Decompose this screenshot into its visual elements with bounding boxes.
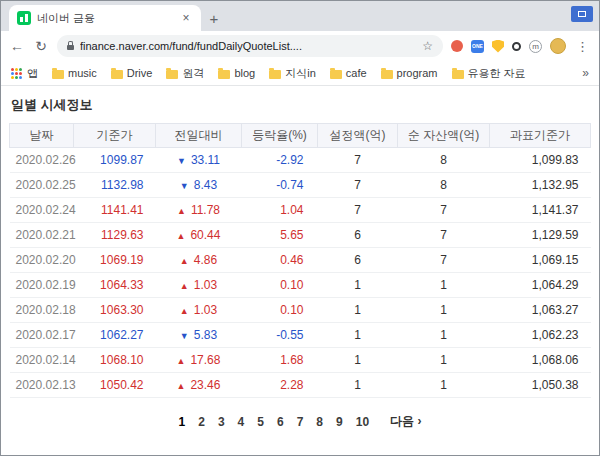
- cell-set-amount: 1: [318, 273, 398, 298]
- cell-tax-base: 1,062.23: [490, 323, 591, 348]
- cell-rate: 0.10: [242, 273, 318, 298]
- ring-extension-icon[interactable]: [512, 42, 521, 51]
- refresh-icon[interactable]: ↻: [33, 38, 49, 54]
- cell-set-amount: 7: [318, 198, 398, 223]
- cell-net-asset: 1: [398, 373, 490, 398]
- bookmark-item[interactable]: 유용한 자료: [452, 66, 526, 81]
- cell-base-price: 1068.10: [74, 348, 156, 373]
- browser-menu-icon[interactable]: ⋮: [574, 39, 591, 54]
- table-row: 2020.02.251132.98▼8.43-0.74781,132.95: [10, 173, 591, 198]
- change-value: 11.78: [191, 203, 220, 217]
- next-page-button[interactable]: 다음 ›: [390, 413, 421, 430]
- page-number[interactable]: 5: [257, 415, 264, 429]
- bookmark-item[interactable]: 지식in: [269, 66, 316, 81]
- bookmark-item[interactable]: Drive: [111, 67, 153, 79]
- cell-net-asset: 1: [398, 273, 490, 298]
- cell-set-amount: 1: [318, 373, 398, 398]
- cell-rate: -0.55: [242, 323, 318, 348]
- table-row: 2020.02.171062.27▼5.83-0.55111,062.23: [10, 323, 591, 348]
- cell-tax-base: 1,069.15: [490, 248, 591, 273]
- table-row: 2020.02.201069.19▲4.860.46671,069.15: [10, 248, 591, 273]
- cell-change: ▲4.86: [156, 248, 242, 273]
- page-content: 일별 시세정보 날짜기준가전일대비등락율(%)설정액(억)순 자산액(억)과표기…: [1, 86, 599, 455]
- cell-base-price: 1069.19: [74, 248, 156, 273]
- page-number[interactable]: 1: [179, 415, 186, 429]
- bookmark-item[interactable]: blog: [218, 67, 255, 79]
- new-tab-button[interactable]: +: [201, 5, 227, 31]
- cell-tax-base: 1,099.83: [490, 148, 591, 173]
- change-value: 60.44: [190, 228, 220, 242]
- profile-avatar[interactable]: [550, 38, 566, 54]
- page-number[interactable]: 8: [316, 415, 323, 429]
- cell-change: ▼5.83: [156, 323, 242, 348]
- page-number[interactable]: 4: [238, 415, 245, 429]
- folder-icon: [218, 70, 230, 79]
- cell-net-asset: 8: [398, 148, 490, 173]
- cell-tax-base: 1,064.29: [490, 273, 591, 298]
- page-number[interactable]: 9: [336, 415, 343, 429]
- cell-tax-base: 1,068.06: [490, 348, 591, 373]
- bookmarks-overflow-chevron-icon[interactable]: »: [582, 66, 589, 80]
- cell-set-amount: 6: [318, 248, 398, 273]
- apps-label: 앱: [27, 66, 38, 81]
- page-number[interactable]: 10: [356, 415, 369, 429]
- folder-icon: [269, 70, 281, 79]
- tab-close-icon[interactable]: ×: [179, 11, 193, 25]
- cell-base-price: 1099.87: [74, 148, 156, 173]
- window-restore-icon: [578, 11, 586, 17]
- table-row: 2020.02.261099.87▼33.11-2.92781,099.83: [10, 148, 591, 173]
- folder-icon: [330, 70, 342, 79]
- cell-rate: 0.10: [242, 298, 318, 323]
- page-number[interactable]: 7: [297, 415, 304, 429]
- cell-change: ▲1.03: [156, 273, 242, 298]
- table-row: 2020.02.211129.63▲60.445.65671,129.59: [10, 223, 591, 248]
- up-arrow-icon: ▲: [180, 281, 189, 291]
- bookmark-item[interactable]: cafe: [330, 67, 367, 79]
- down-arrow-icon: ▼: [180, 331, 189, 341]
- back-icon[interactable]: ←: [9, 38, 25, 54]
- lock-icon: [67, 45, 74, 50]
- folder-icon: [111, 70, 123, 79]
- cell-net-asset: 1: [398, 323, 490, 348]
- table-row: 2020.02.241141.41▲11.781.04771,141.37: [10, 198, 591, 223]
- cell-rate: 1.04: [242, 198, 318, 223]
- page-number[interactable]: 6: [277, 415, 284, 429]
- cell-net-asset: 1: [398, 298, 490, 323]
- cell-date: 2020.02.25: [10, 173, 74, 198]
- browser-tab[interactable]: 네이버 금융 ×: [9, 5, 201, 31]
- bookmark-label: 지식in: [285, 66, 316, 81]
- bookmark-label: program: [397, 67, 438, 79]
- table-row: 2020.02.181063.30▲1.030.10111,063.27: [10, 298, 591, 323]
- cell-date: 2020.02.17: [10, 323, 74, 348]
- one-extension-icon[interactable]: ONE: [471, 40, 484, 53]
- bookmark-star-icon[interactable]: ☆: [422, 39, 433, 53]
- change-value: 1.03: [194, 278, 217, 292]
- cell-base-price: 1062.27: [74, 323, 156, 348]
- cell-change: ▲23.46: [156, 373, 242, 398]
- page-number[interactable]: 3: [218, 415, 225, 429]
- cell-base-price: 1132.98: [74, 173, 156, 198]
- table-row: 2020.02.191064.33▲1.030.10111,064.29: [10, 273, 591, 298]
- bookmark-item[interactable]: program: [381, 67, 438, 79]
- page-number[interactable]: 2: [198, 415, 205, 429]
- m-extension-icon[interactable]: m: [529, 40, 542, 53]
- change-value: 17.68: [190, 353, 220, 367]
- apps-shortcut[interactable]: 앱: [11, 66, 38, 81]
- cell-set-amount: 7: [318, 148, 398, 173]
- cell-net-asset: 7: [398, 248, 490, 273]
- cell-net-asset: 1: [398, 348, 490, 373]
- column-header: 날짜: [10, 124, 74, 148]
- bookmark-item[interactable]: 원격: [166, 66, 204, 81]
- cell-base-price: 1050.42: [74, 373, 156, 398]
- url-text[interactable]: finance.naver.com/fund/fundDailyQuoteLis…: [80, 40, 416, 52]
- browser-window: 네이버 금융 × + ← ↻ finance.naver.com/fund/fu…: [0, 0, 600, 456]
- address-bar[interactable]: finance.naver.com/fund/fundDailyQuoteLis…: [57, 35, 443, 57]
- cell-net-asset: 8: [398, 173, 490, 198]
- cell-base-price: 1064.33: [74, 273, 156, 298]
- window-control-button[interactable]: [571, 6, 593, 22]
- bookmarks-list: musicDrive원격blog지식incafeprogram유용한 자료: [52, 66, 526, 81]
- up-arrow-icon: ▲: [180, 306, 189, 316]
- bookmark-item[interactable]: music: [52, 67, 97, 79]
- shield-extension-icon[interactable]: [492, 40, 504, 53]
- red-extension-icon[interactable]: [451, 40, 463, 52]
